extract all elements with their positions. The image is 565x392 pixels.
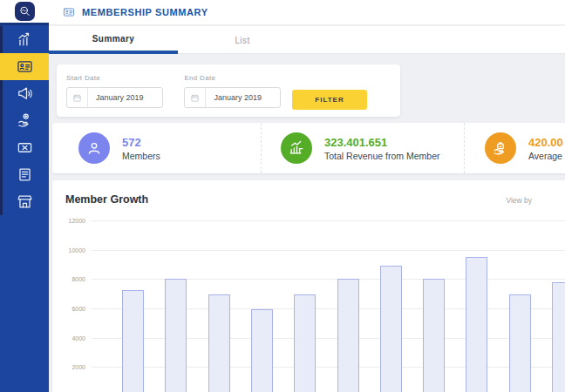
y-axis-tick: 4000 bbox=[52, 335, 85, 341]
user-icon bbox=[78, 132, 110, 164]
chart-bar-1 bbox=[122, 290, 144, 392]
store-icon bbox=[17, 193, 33, 210]
chart-bar-5 bbox=[294, 294, 316, 392]
gridline bbox=[92, 250, 565, 251]
stat-text: 323.401.651Total Revenue from Member bbox=[324, 136, 439, 161]
gridline bbox=[92, 367, 565, 368]
hand-bag-icon bbox=[485, 132, 516, 164]
member-growth-card: Member Growth View by 200040006000800010… bbox=[52, 180, 565, 392]
gridline bbox=[92, 338, 565, 339]
sidebar-item-news[interactable] bbox=[0, 161, 49, 188]
view-by-label: View by bbox=[506, 196, 532, 205]
stat-text: 572Members bbox=[122, 136, 160, 161]
filter-card: Start Date January 2019 End Date January… bbox=[57, 64, 400, 117]
hand-coin-icon bbox=[17, 112, 33, 129]
end-date-value: January 2019 bbox=[206, 93, 262, 102]
chart-bar-6 bbox=[337, 279, 359, 392]
news-icon bbox=[17, 166, 33, 183]
stat-label: Members bbox=[122, 151, 160, 161]
hand-coin-icon bbox=[17, 112, 33, 129]
stat-card-members: 572Members bbox=[52, 123, 262, 173]
filter-button[interactable]: FILTER bbox=[292, 90, 367, 110]
stat-card-average: 420.00Average bbox=[465, 123, 565, 173]
pulse-search-icon bbox=[18, 5, 31, 18]
start-date-label: Start Date bbox=[66, 74, 163, 82]
app-logo[interactable] bbox=[15, 2, 35, 21]
tab-list[interactable]: List bbox=[178, 26, 307, 54]
stat-label: Total Revenue from Member bbox=[324, 151, 439, 161]
bar-chart-plot: 20004000600080001000012000 bbox=[92, 220, 565, 392]
megaphone-icon bbox=[17, 85, 33, 102]
stat-value: 420.00 bbox=[528, 136, 563, 149]
user-icon bbox=[85, 139, 103, 157]
page-header: MEMBERSHIP SUMMARY bbox=[49, 0, 565, 25]
start-date-input[interactable]: January 2019 bbox=[66, 87, 163, 108]
chart-bar-2 bbox=[165, 279, 187, 392]
sidebar bbox=[0, 0, 49, 392]
revenue-chart-icon bbox=[288, 139, 305, 157]
stat-value: 572 bbox=[122, 136, 160, 149]
y-axis-tick: 12000 bbox=[52, 218, 85, 224]
calendar-icon bbox=[67, 88, 88, 107]
chart-bar-8 bbox=[423, 279, 445, 392]
chart-bar-10 bbox=[509, 294, 531, 392]
tab-summary[interactable]: Summary bbox=[49, 26, 178, 54]
sidebar-item-voucher[interactable] bbox=[0, 134, 49, 161]
stat-label: Average bbox=[528, 151, 563, 161]
sidebar-item-analytics[interactable] bbox=[0, 26, 49, 53]
calendar-icon bbox=[190, 93, 200, 103]
end-date-input[interactable]: January 2019 bbox=[184, 87, 281, 108]
start-date-value: January 2019 bbox=[88, 93, 144, 102]
end-date-field: End Date January 2019 bbox=[184, 74, 281, 108]
stat-text: 420.00Average bbox=[528, 136, 563, 161]
chart-bar-9 bbox=[466, 257, 487, 392]
chart-bar-11 bbox=[552, 282, 565, 392]
logo-area bbox=[0, 0, 49, 25]
member-card-icon bbox=[17, 58, 33, 75]
calendar-icon bbox=[185, 88, 206, 107]
pulse-search-icon bbox=[18, 5, 31, 18]
y-axis-tick: 8000 bbox=[52, 276, 85, 282]
chart-bar-4 bbox=[251, 309, 273, 392]
growth-chart-icon bbox=[17, 31, 33, 48]
gridline bbox=[92, 220, 565, 221]
end-date-label: End Date bbox=[184, 74, 281, 82]
sidebar-nav bbox=[0, 26, 49, 215]
y-axis-tick: 2000 bbox=[52, 364, 85, 370]
gridline bbox=[92, 279, 565, 280]
sidebar-item-membership[interactable] bbox=[0, 53, 49, 80]
megaphone-icon bbox=[17, 85, 33, 102]
y-axis-tick: 10000 bbox=[52, 247, 85, 253]
news-icon bbox=[17, 166, 33, 183]
chart-bar-7 bbox=[380, 266, 402, 392]
sidebar-item-promotion[interactable] bbox=[0, 80, 49, 107]
sidebar-item-store[interactable] bbox=[0, 188, 49, 215]
member-card-icon bbox=[63, 6, 75, 18]
member-card-icon bbox=[63, 6, 75, 18]
voucher-icon bbox=[17, 139, 33, 156]
calendar-icon bbox=[72, 93, 82, 103]
tab-bar: SummaryList bbox=[49, 26, 565, 54]
hand-bag-icon bbox=[492, 139, 509, 157]
y-axis-tick: 6000 bbox=[52, 306, 85, 312]
start-date-field: Start Date January 2019 bbox=[66, 74, 163, 108]
stat-card-total: 323.401.651Total Revenue from Member bbox=[262, 123, 465, 173]
chart-bar-3 bbox=[208, 294, 230, 392]
gridline bbox=[92, 308, 565, 309]
stat-value: 323.401.651 bbox=[324, 136, 439, 149]
sidebar-item-payout[interactable] bbox=[0, 107, 49, 134]
growth-chart-icon bbox=[17, 31, 33, 48]
stats-summary-card: 572Members323.401.651Total Revenue from … bbox=[52, 123, 565, 173]
revenue-chart-icon bbox=[281, 132, 312, 164]
store-icon bbox=[17, 193, 33, 210]
member-card-icon bbox=[17, 58, 33, 75]
page-title: MEMBERSHIP SUMMARY bbox=[82, 7, 208, 17]
voucher-icon bbox=[17, 139, 33, 156]
chart-title: Member Growth bbox=[65, 193, 148, 206]
